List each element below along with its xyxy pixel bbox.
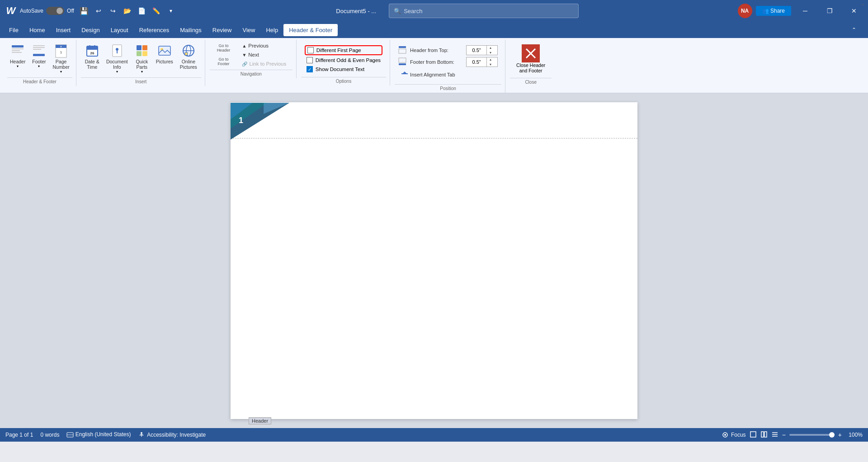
menu-review[interactable]: Review bbox=[207, 24, 237, 36]
header-btn-label: Header bbox=[10, 59, 25, 64]
date-time-btn[interactable]: 26 Date &Time bbox=[81, 42, 104, 71]
view-web-btn[interactable] bbox=[760, 431, 768, 439]
svg-marker-35 bbox=[403, 71, 406, 73]
header-spinner-down[interactable]: ▾ bbox=[487, 50, 494, 55]
svg-rect-29 bbox=[185, 52, 188, 55]
footer-btn[interactable]: Footer ▾ bbox=[29, 42, 49, 70]
footer-position-icon bbox=[398, 57, 406, 67]
svg-rect-7 bbox=[33, 54, 45, 56]
menu-view[interactable]: View bbox=[237, 24, 260, 36]
focus-btn[interactable]: Focus bbox=[722, 432, 746, 438]
previous-btn[interactable]: ▲ Previous bbox=[238, 42, 290, 50]
menu-bar: File Home Insert Design Layout Reference… bbox=[0, 22, 868, 38]
footer-from-bottom-input[interactable] bbox=[467, 58, 486, 66]
header-from-top-spinner[interactable]: ▴ ▾ bbox=[466, 45, 498, 55]
show-document-text-label: Show Document Text bbox=[316, 67, 364, 72]
different-first-page-checkbox[interactable] bbox=[307, 47, 314, 53]
svg-rect-15 bbox=[94, 45, 95, 48]
insert-alignment-tab-btn[interactable]: Insert Alignment Tab bbox=[398, 69, 498, 81]
svg-text:26: 26 bbox=[90, 51, 94, 55]
menu-mailings[interactable]: Mailings bbox=[175, 24, 207, 36]
menu-design[interactable]: Design bbox=[76, 24, 105, 36]
footer-spinner-up[interactable]: ▴ bbox=[487, 57, 494, 62]
different-odd-even-option[interactable]: Different Odd & Even Pages bbox=[305, 56, 382, 64]
menu-insert[interactable]: Insert bbox=[51, 24, 76, 36]
date-time-icon: 26 bbox=[85, 43, 99, 58]
menu-home[interactable]: Home bbox=[24, 24, 51, 36]
footer-spinner-down[interactable]: ▾ bbox=[487, 62, 494, 67]
svg-rect-0 bbox=[12, 45, 24, 48]
accessibility-btn[interactable]: Accessibility: Investigate bbox=[138, 432, 206, 438]
header-btn[interactable]: Header ▾ bbox=[7, 42, 28, 70]
language-indicator[interactable]: English (United States) bbox=[66, 431, 131, 438]
ribbon-group-options: Different First Page Different Odd & Eve… bbox=[297, 40, 390, 86]
menu-header-footer[interactable]: Header & Footer bbox=[283, 24, 338, 36]
different-first-page-label: Different First Page bbox=[316, 48, 361, 53]
document-info-btn[interactable]: DocumentInfo ▾ bbox=[104, 42, 131, 76]
different-odd-even-label: Different Odd & Even Pages bbox=[316, 57, 381, 63]
menu-file[interactable]: File bbox=[4, 24, 24, 36]
save-icon[interactable]: 💾 bbox=[78, 4, 90, 18]
menu-help[interactable]: Help bbox=[260, 24, 283, 36]
svg-text:1: 1 bbox=[60, 50, 62, 54]
link-to-previous-btn[interactable]: 🔗 Link to Previous bbox=[238, 60, 290, 68]
svg-rect-5 bbox=[33, 47, 45, 48]
pictures-btn[interactable]: Pictures bbox=[153, 42, 176, 66]
next-btn[interactable]: ▼ Next bbox=[238, 51, 290, 59]
footer-from-bottom-row: Footer from Bottom: ▴ ▾ bbox=[398, 57, 498, 67]
close-hf-icon bbox=[522, 44, 540, 62]
status-bar: Page 1 of 1 0 words English (United Stat… bbox=[0, 428, 868, 442]
svg-rect-24 bbox=[159, 46, 170, 55]
search-box[interactable]: 🔍 Search bbox=[389, 4, 579, 18]
group-label-options: Options bbox=[301, 77, 386, 84]
zoom-in-btn[interactable]: + bbox=[838, 431, 842, 438]
avatar[interactable]: NA bbox=[738, 4, 752, 18]
zoom-slider[interactable] bbox=[789, 434, 835, 436]
autosave-toggle[interactable] bbox=[46, 7, 64, 15]
page-number-btn[interactable]: #1 PageNumber ▾ bbox=[50, 42, 72, 76]
customize-btn[interactable]: ▾ bbox=[165, 4, 177, 18]
svg-rect-13 bbox=[87, 46, 98, 50]
view-outline-btn[interactable] bbox=[771, 431, 778, 439]
share-icon: 👥 bbox=[762, 8, 770, 14]
footer-btn-label: Footer bbox=[32, 59, 46, 64]
different-first-page-option[interactable]: Different First Page bbox=[305, 45, 382, 55]
header-from-top-input[interactable] bbox=[467, 47, 486, 54]
next-icon: ▼ bbox=[242, 52, 246, 57]
autosave-state: Off bbox=[67, 8, 74, 14]
view-normal-btn[interactable] bbox=[750, 431, 757, 439]
svg-rect-50 bbox=[761, 432, 764, 437]
close-header-footer-btn[interactable]: Close Headerand Footer bbox=[510, 42, 552, 76]
svg-rect-3 bbox=[12, 52, 22, 53]
share-button[interactable]: 👥 Share bbox=[756, 6, 791, 16]
open-btn[interactable]: 📂 bbox=[121, 4, 134, 18]
footer-from-bottom-spinner[interactable]: ▴ ▾ bbox=[466, 57, 498, 67]
new-btn[interactable]: 📄 bbox=[136, 4, 148, 18]
online-pictures-btn[interactable]: OnlinePictures bbox=[176, 42, 201, 71]
quick-parts-btn[interactable]: QuickParts ▾ bbox=[131, 42, 153, 76]
ribbon-chevron-up[interactable]: ⌃ bbox=[859, 2, 866, 9]
go-to-header-btn[interactable]: Go to Header bbox=[212, 42, 235, 54]
svg-rect-33 bbox=[399, 58, 406, 62]
markup-btn[interactable]: ✏️ bbox=[150, 4, 163, 18]
redo-btn[interactable]: ↪ bbox=[107, 4, 119, 18]
undo-btn[interactable]: ↩ bbox=[92, 4, 105, 18]
menu-references[interactable]: References bbox=[134, 24, 175, 36]
zoom-out-btn[interactable]: − bbox=[782, 431, 786, 438]
footer-from-bottom-label: Footer from Bottom: bbox=[410, 59, 464, 65]
zoom-level[interactable]: 100% bbox=[845, 432, 863, 438]
header-icon bbox=[10, 43, 25, 58]
different-odd-even-checkbox[interactable] bbox=[307, 57, 313, 63]
restore-btn[interactable]: ❐ bbox=[819, 4, 840, 18]
link-to-previous-label: Link to Previous bbox=[249, 61, 286, 67]
minimize-btn[interactable]: ─ bbox=[795, 4, 816, 18]
document-page: 1 Header bbox=[231, 102, 637, 419]
page-body[interactable] bbox=[231, 138, 637, 387]
header-spinner-up[interactable]: ▴ bbox=[487, 45, 494, 50]
menu-layout[interactable]: Layout bbox=[105, 24, 134, 36]
show-document-text-checkbox[interactable]: ✓ bbox=[307, 66, 313, 72]
header-area[interactable]: 1 bbox=[231, 102, 637, 138]
go-to-footer-btn[interactable]: Go to Footer bbox=[212, 55, 235, 68]
show-document-text-option[interactable]: ✓ Show Document Text bbox=[305, 65, 382, 73]
ribbon-collapse-btn[interactable]: ⌃ bbox=[844, 23, 864, 37]
